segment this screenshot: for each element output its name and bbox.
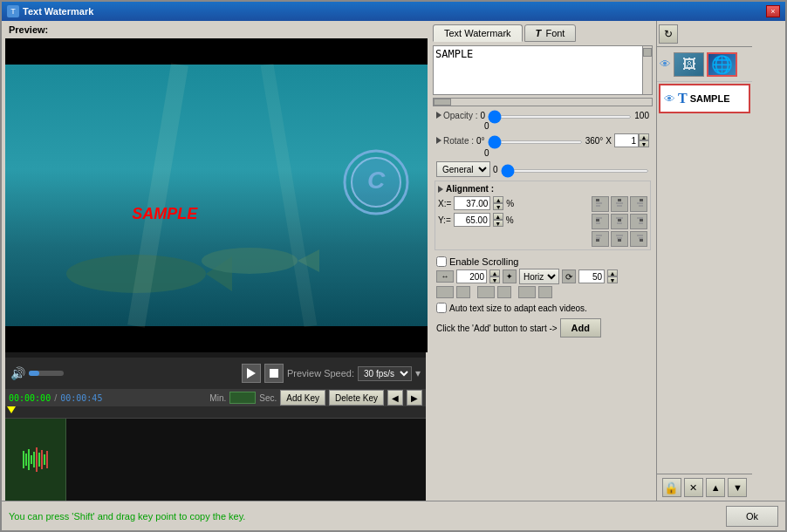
svg-rect-27 xyxy=(640,219,643,222)
align-mc-btn[interactable] xyxy=(611,214,628,229)
alignment-arrow xyxy=(438,186,443,193)
x-row: X:= ▲ ▼ % xyxy=(438,196,514,210)
svg-rect-17 xyxy=(617,205,622,207)
wbar-red xyxy=(41,450,43,469)
layer-up-button[interactable]: ▲ xyxy=(706,478,725,497)
play-icon xyxy=(247,368,256,379)
tab-font[interactable]: T Font xyxy=(524,24,577,42)
fps-dropdown-icon[interactable]: ▾ xyxy=(415,367,421,379)
layer-refresh-button[interactable]: ↻ xyxy=(659,24,678,44)
scroll-lr-icon: ↔ xyxy=(436,270,454,283)
x-up-btn[interactable]: ▲ xyxy=(493,196,503,203)
waveform-bars xyxy=(23,447,48,473)
scroll-angle-input[interactable] xyxy=(578,269,605,283)
auto-text-checkbox[interactable] xyxy=(436,303,447,313)
svg-rect-34 xyxy=(616,235,623,236)
enable-scrolling-checkbox[interactable] xyxy=(436,256,447,267)
align-tc-btn[interactable] xyxy=(611,196,628,212)
progress-bar xyxy=(5,352,426,358)
align-ml-btn[interactable] xyxy=(592,214,609,229)
layer-delete-button[interactable]: ✕ xyxy=(684,478,703,497)
rotate-zero-row: 0 xyxy=(433,148,653,158)
play-button[interactable] xyxy=(242,364,261,383)
wbar xyxy=(25,454,27,466)
time-bar: 00:00:00 / 00:00:45 Min. Sec. Add Key De… xyxy=(5,389,426,406)
ok-button[interactable]: Ok xyxy=(726,506,778,527)
svg-rect-13 xyxy=(596,202,602,204)
x-down-btn[interactable]: ▼ xyxy=(493,203,503,210)
svg-rect-22 xyxy=(596,217,602,219)
general-slider[interactable] xyxy=(501,169,649,173)
rotate-slider[interactable] xyxy=(488,140,583,144)
volume-slider[interactable] xyxy=(29,371,64,376)
layer-eye-video[interactable]: 👁 xyxy=(660,58,671,71)
rotate-down-btn[interactable]: ▼ xyxy=(639,140,649,147)
wbar xyxy=(31,455,32,464)
layer-lock-button[interactable]: 🔒 xyxy=(662,478,681,497)
align-bl-btn[interactable] xyxy=(592,231,609,247)
timeline-area xyxy=(5,406,426,501)
svg-rect-23 xyxy=(596,222,600,224)
min-input[interactable] xyxy=(229,392,256,404)
waveform-track xyxy=(5,419,66,501)
layer-eye-text[interactable]: 👁 xyxy=(664,92,675,106)
globe-icon: 🌐 xyxy=(711,54,733,75)
angle-up-btn[interactable]: ▲ xyxy=(607,269,618,276)
speed-down-btn[interactable]: ▼ xyxy=(489,276,500,283)
layer-item-video: 👁 🖼 🌐 xyxy=(657,47,752,82)
h-scrollbar xyxy=(433,98,653,106)
svg-rect-28 xyxy=(637,217,643,219)
y-up-btn[interactable]: ▲ xyxy=(493,213,503,220)
align-mr-btn[interactable] xyxy=(630,214,647,229)
scene-svg: C xyxy=(5,38,428,352)
y-value-input[interactable] xyxy=(454,213,490,227)
svg-rect-26 xyxy=(617,222,622,224)
x-value-input[interactable] xyxy=(454,196,490,210)
y-down-btn[interactable]: ▼ xyxy=(493,220,503,227)
rotate-value-input[interactable] xyxy=(614,133,639,147)
svg-rect-18 xyxy=(640,199,643,201)
opacity-max-label: 100 xyxy=(634,111,649,120)
wbar xyxy=(44,454,45,465)
timeline-ruler xyxy=(5,406,426,419)
watermark-text-input[interactable]: SAMPLE xyxy=(434,46,642,94)
angle-down-btn[interactable]: ▼ xyxy=(607,276,618,283)
image-icon: 🖼 xyxy=(682,57,696,72)
general-slider-track xyxy=(501,164,649,174)
close-button[interactable]: × xyxy=(766,5,780,17)
y-label: Y:= xyxy=(438,215,451,225)
wbar xyxy=(33,452,35,467)
layer-thumb-globe: 🌐 xyxy=(707,52,737,77)
layer-down-button[interactable]: ▼ xyxy=(728,478,747,497)
fps-select[interactable]: 30 fps/s xyxy=(358,366,412,381)
tab-text-watermark[interactable]: Text Watermark xyxy=(433,24,523,42)
align-bc-btn[interactable] xyxy=(611,231,628,247)
stop-button[interactable] xyxy=(264,364,284,383)
align-tr-btn[interactable] xyxy=(630,196,647,212)
svg-rect-0 xyxy=(5,38,428,65)
volume-icon: 🔊 xyxy=(10,366,25,380)
video-background: C SAMPLE xyxy=(5,38,428,352)
next-key-button[interactable]: ▶ xyxy=(407,390,422,406)
general-select[interactable]: General xyxy=(436,161,490,177)
prev-key-button[interactable]: ◀ xyxy=(387,390,403,406)
align-br-btn[interactable] xyxy=(630,231,647,247)
align-tl-btn[interactable] xyxy=(592,196,609,212)
scroll-speed-input[interactable] xyxy=(456,269,487,283)
speed-up-btn[interactable]: ▲ xyxy=(489,269,500,276)
window-title: Text Watermark xyxy=(23,6,93,17)
rotate-up-btn[interactable]: ▲ xyxy=(639,133,649,140)
layer-item-text[interactable]: 👁 T SAMPLE xyxy=(659,84,750,113)
add-button[interactable]: Add xyxy=(560,318,601,338)
scroll-icon4 xyxy=(497,286,511,298)
add-key-button[interactable]: Add Key xyxy=(280,390,325,406)
scroll-plus-icon: ✦ xyxy=(503,269,517,283)
time-separator: / xyxy=(54,392,57,403)
text-scrollbar xyxy=(642,46,652,94)
layer-thumb-img: 🖼 xyxy=(674,52,704,77)
preview-label: Preview: xyxy=(2,21,429,38)
track-area xyxy=(5,419,426,501)
opacity-slider[interactable] xyxy=(488,115,632,119)
scroll-direction-select[interactable]: Horiz xyxy=(519,269,559,284)
delete-key-button[interactable]: Delete Key xyxy=(329,390,384,406)
